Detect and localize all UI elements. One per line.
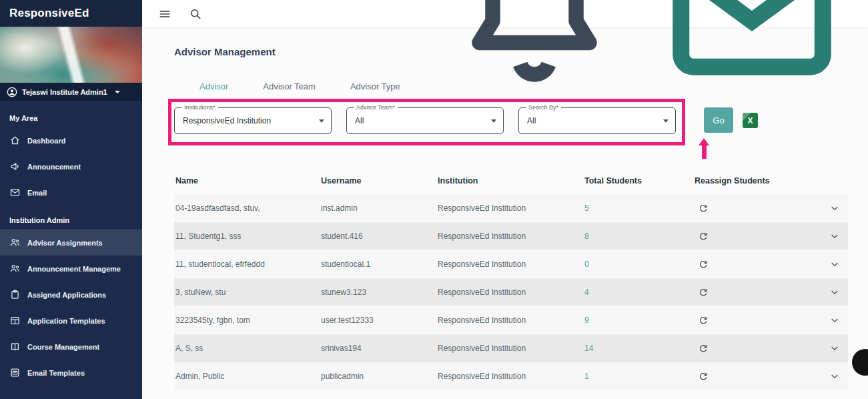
sidebar-item-assigned-applications[interactable]: Assigned Applications	[0, 282, 142, 308]
clipboard-icon	[9, 289, 21, 300]
cell-institution: ResponsiveEd Institution	[436, 372, 583, 381]
expand-row-button[interactable]	[826, 284, 843, 301]
table-body: 04-19asdfasdfasd, stuv, inst.admin Respo…	[174, 194, 848, 390]
chevron-down-icon	[829, 259, 840, 270]
sidebar-item-announcement[interactable]: Announcement	[0, 153, 142, 179]
refresh-icon	[698, 371, 709, 382]
refresh-icon	[698, 343, 709, 354]
mail-icon	[9, 187, 21, 198]
sidebar-menu: My Area Dashboard Announcement Email	[0, 101, 142, 399]
menu-icon[interactable]	[158, 7, 171, 21]
cell-name: 11, studentlocal, efrfeddd	[174, 260, 320, 269]
cell-institution: ResponsiveEd Institution	[436, 316, 583, 325]
users-icon	[9, 263, 21, 274]
book-icon	[9, 341, 21, 352]
refresh-icon	[698, 315, 709, 326]
messages-button[interactable]: 2	[652, 0, 852, 115]
cell-name: 04-19asdfasdfasd, stuv,	[174, 204, 320, 213]
sidebar-item-course-management[interactable]: Course Management	[0, 334, 142, 360]
cell-total-students: 8	[583, 232, 693, 241]
expand-row-button[interactable]	[826, 256, 843, 273]
cell-username: studentlocal.1	[320, 260, 436, 269]
cell-institution: ResponsiveEd Institution	[436, 288, 583, 297]
column-header: Name	[174, 176, 320, 185]
notifications-button[interactable]: 0	[434, 0, 634, 115]
chevron-down-icon	[829, 231, 840, 242]
cell-username: user.test12333	[320, 316, 436, 325]
expand-row-button[interactable]	[826, 368, 843, 385]
refresh-icon	[698, 259, 709, 270]
dropdown-caret-icon	[319, 119, 324, 123]
tab-advisor-type[interactable]: Advisor Type	[333, 75, 418, 98]
chevron-down-icon	[829, 343, 840, 354]
expand-row-button[interactable]	[826, 340, 843, 357]
sidebar-item-advisor-assignments[interactable]: Advisor Assignments	[0, 230, 142, 256]
cell-institution: ResponsiveEd Institution	[436, 344, 583, 353]
reassign-students-button[interactable]	[695, 368, 712, 385]
cell-total-students: 1	[583, 372, 693, 381]
chevron-down-icon	[829, 371, 840, 382]
cell-total-students: 14	[583, 344, 693, 353]
dropdown-caret-icon	[491, 119, 496, 123]
expand-row-button[interactable]	[826, 200, 843, 217]
cell-username: stunew3.123	[320, 288, 436, 297]
column-header: Institution	[436, 176, 583, 185]
cell-name: 3223545ty, fgbn, tom	[174, 316, 320, 325]
expand-row-button[interactable]	[826, 312, 843, 329]
sidebar: ResponsiveEd Tejaswi Institute Admin1 My…	[0, 0, 142, 399]
cell-institution: ResponsiveEd Institution	[436, 260, 583, 269]
user-menu[interactable]: Tejaswi Institute Admin1	[0, 83, 142, 101]
cell-name: Admin, Public	[174, 372, 320, 381]
table-row: 11, Studentg1, sss student.416 Responsiv…	[174, 222, 848, 250]
cell-total-students: 5	[583, 204, 693, 213]
filter-institutions[interactable]: Institutions* ResponsiveEd Institution	[174, 107, 332, 134]
bell-icon	[434, 103, 634, 115]
table-row: 04-19asdfasdfasd, stuv, inst.admin Respo…	[174, 194, 848, 222]
reassign-students-button[interactable]	[695, 312, 712, 329]
chevron-down-icon	[829, 203, 840, 214]
reassign-students-button[interactable]	[695, 228, 712, 245]
sidebar-item-email[interactable]: Email	[0, 179, 142, 206]
dropdown-caret-icon	[663, 119, 669, 123]
filter-label: Institutions*	[181, 104, 218, 111]
reassign-students-button[interactable]	[695, 284, 712, 301]
tab-advisor[interactable]: Advisor	[182, 75, 246, 98]
avatar-icon	[7, 87, 17, 97]
chevron-down-icon	[829, 287, 840, 298]
sidebar-item-email-templates[interactable]: Email Templates	[0, 360, 142, 386]
expand-row-button[interactable]	[826, 228, 843, 245]
table-header-row: Name Username Institution Total Students…	[174, 167, 848, 194]
filter-selected-value: ResponsiveEd Institution	[175, 108, 331, 133]
user-name: Tejaswi Institute Admin1	[22, 88, 107, 96]
topbar: 0 2	[142, 0, 868, 27]
app-logo: ResponsiveEd	[0, 0, 142, 27]
mail-icon	[652, 103, 852, 115]
sidebar-item-application-templates[interactable]: Application Templates	[0, 308, 142, 334]
column-header: Total Students	[583, 176, 693, 185]
sidebar-item-announcement-management[interactable]: Announcement Manageme	[0, 256, 142, 282]
home-icon	[9, 135, 21, 146]
tab-advisor-team[interactable]: Advisor Team	[246, 75, 333, 98]
reassign-students-button[interactable]	[695, 340, 712, 357]
sidebar-section-institution-admin[interactable]: Institution Admin	[0, 206, 142, 230]
cell-total-students: 0	[583, 260, 693, 269]
cell-institution: ResponsiveEd Institution	[436, 204, 583, 213]
cell-username: srinivas194	[320, 344, 436, 353]
table-row: 3223545ty, fgbn, tom user.test12333 Resp…	[174, 306, 848, 334]
cell-institution: ResponsiveEd Institution	[436, 232, 583, 241]
reassign-students-button[interactable]	[695, 200, 712, 217]
sidebar-section-my-area[interactable]: My Area	[0, 103, 142, 127]
table-row: 3, stuNew, stu stunew3.123 ResponsiveEd …	[174, 278, 848, 306]
cell-total-students: 4	[583, 288, 693, 297]
layout-icon	[9, 315, 21, 326]
table-row: 11, studentlocal, efrfeddd studentlocal.…	[174, 250, 848, 278]
search-icon[interactable]	[189, 7, 202, 21]
sidebar-item-dashboard[interactable]: Dashboard	[0, 127, 142, 153]
column-header: Reassign Students	[693, 176, 820, 185]
refresh-icon	[698, 231, 709, 242]
cell-name: 11, Studentg1, sss	[174, 232, 320, 241]
table-row: A, S, ss srinivas194 ResponsiveEd Instit…	[174, 334, 848, 362]
cell-name: 3, stuNew, stu	[174, 288, 320, 297]
reassign-students-button[interactable]	[695, 256, 712, 273]
cell-total-students: 9	[583, 316, 693, 325]
